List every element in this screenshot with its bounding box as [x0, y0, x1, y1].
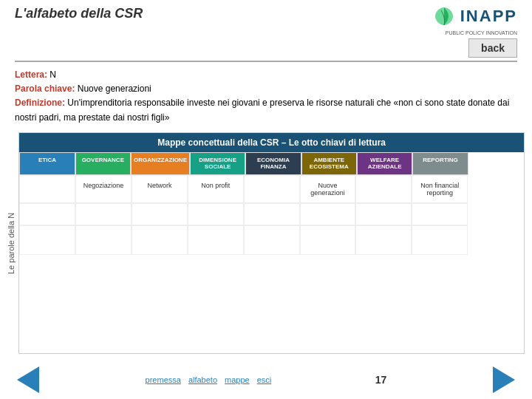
cell-welfare-1 [355, 175, 412, 203]
col-header-dimensione: DIMENSIONE SOCIALE [190, 152, 245, 175]
back-button[interactable]: back [468, 38, 517, 58]
cell-r3-8 [412, 225, 468, 255]
page-number: 17 [375, 374, 387, 386]
next-button[interactable] [491, 366, 517, 393]
cell-economia-1 [244, 175, 300, 203]
cell-r2-6 [300, 203, 356, 225]
col-header-organizzazione: ORGANIZZAZIONE [131, 152, 190, 175]
arrow-right-icon [493, 366, 515, 393]
concept-table: Mappe concettuali della CSR – Le otto ch… [18, 132, 525, 354]
cell-r3-6 [300, 225, 356, 255]
col-header-economia: ECONOMIA FINANZA [245, 152, 301, 175]
arrow-left-icon [17, 366, 39, 393]
col-header-governance: GOVERNANCE [75, 152, 131, 175]
cell-r2-5 [244, 203, 300, 225]
lettera-line: Lettera: N [15, 68, 517, 82]
info-section: Lettera: N Parola chiave: Nuove generazi… [0, 62, 532, 129]
table-data-row-1: Negoziazione Network Non profit Nuove ge… [19, 175, 524, 203]
logo: INAPP [432, 6, 517, 27]
definizione-line: Definizione: Un'imprenditoria responsabi… [15, 96, 517, 124]
table-title: Mappe concettuali della CSR – Le otto ch… [19, 133, 524, 152]
footer-link-premessa[interactable]: premessa [146, 375, 181, 384]
col-header-ambiente: AMBIENTE ECOSISTEMA [301, 152, 357, 175]
cell-r2-8 [412, 203, 468, 225]
cell-dimensione-1: Non profit [188, 175, 244, 203]
table-header-row: ETICA GOVERNANCE ORGANIZZAZIONE DIMENSIO… [19, 152, 524, 175]
cell-reporting-1: Non financial reporting [412, 175, 468, 203]
table-data-row-2 [19, 203, 524, 225]
page-title: L'alfabeto della CSR [15, 6, 143, 21]
side-label: Le parole della N [4, 132, 18, 354]
cell-r2-3 [132, 203, 188, 225]
cell-r3-4 [188, 225, 244, 255]
cell-r3-5 [244, 225, 300, 255]
cell-r3-7 [355, 225, 412, 255]
col-header-welfare: WELFARE AZIENDALE [357, 152, 412, 175]
prev-button[interactable] [15, 366, 41, 393]
logo-leaf-icon [432, 6, 456, 27]
cell-r2-2 [75, 203, 132, 225]
cell-r3-3 [132, 225, 188, 255]
cell-organizzazione-1: Network [132, 175, 188, 203]
footer-link-alfabeto[interactable]: alfabeto [188, 375, 217, 384]
footer-links: premessa alfabeto mappe esci [146, 375, 272, 384]
header: L'alfabeto della CSR INAPP PUBLIC POLICY… [0, 0, 532, 61]
cell-governance-1: Negoziazione [75, 175, 132, 203]
cell-r2-7 [355, 203, 412, 225]
cell-r2-4 [188, 203, 244, 225]
footer-link-esci[interactable]: esci [257, 375, 272, 384]
cell-etica-1 [19, 175, 75, 203]
main-content: Le parole della N Mappe concettuali dell… [0, 129, 532, 358]
parola-line: Parola chiave: Nuove generazioni [15, 82, 517, 96]
col-header-etica: ETICA [19, 152, 75, 175]
cell-r3-2 [75, 225, 132, 255]
footer-link-mappe[interactable]: mappe [225, 375, 250, 384]
header-right: INAPP PUBLIC POLICY INNOVATION back [432, 6, 517, 58]
table-data-row-3 [19, 225, 524, 255]
cell-ambiente-1: Nuove generazioni [300, 175, 356, 203]
cell-r2-1 [19, 203, 75, 225]
col-header-reporting: REPORTING [412, 152, 468, 175]
footer: premessa alfabeto mappe esci 17 [0, 361, 532, 399]
cell-r3-1 [19, 225, 75, 255]
